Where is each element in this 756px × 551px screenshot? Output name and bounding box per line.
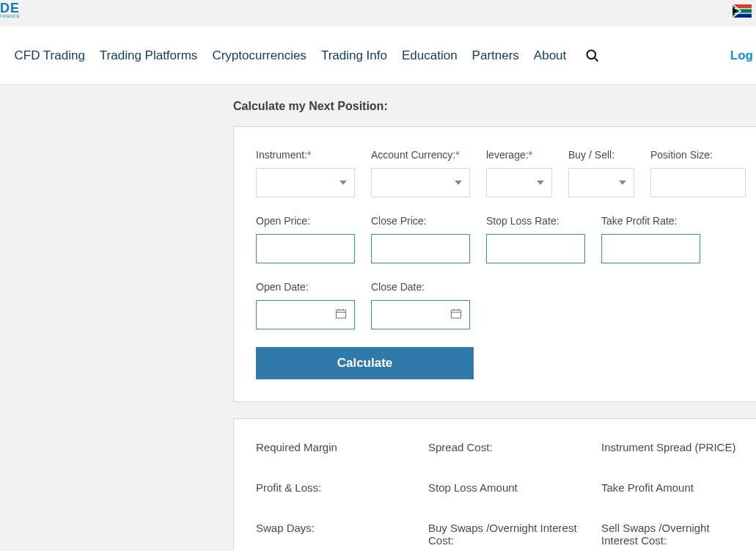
svg-point-6 bbox=[587, 50, 596, 59]
result-swap-days: Swap Days: bbox=[256, 522, 428, 547]
chevron-down-icon bbox=[455, 180, 462, 185]
leverage-label: leverage:* bbox=[486, 149, 552, 161]
nav-item-cfd-trading[interactable]: CFD Trading bbox=[14, 48, 84, 63]
country-flag-icon[interactable] bbox=[733, 4, 752, 21]
account-currency-label: Account Currency:* bbox=[371, 149, 470, 161]
open-price-input[interactable] bbox=[256, 234, 355, 263]
close-price-label: Close Price: bbox=[371, 215, 470, 227]
open-date-label: Open Date: bbox=[256, 281, 355, 293]
buy-sell-select[interactable] bbox=[568, 168, 634, 197]
svg-rect-4 bbox=[733, 8, 752, 9]
calculator-form: Instrument:* Account Currency:* leverage… bbox=[233, 126, 756, 402]
instrument-label: Instrument:* bbox=[256, 149, 355, 161]
result-profit-loss: Profit & Loss: bbox=[256, 481, 428, 494]
account-currency-select[interactable] bbox=[371, 168, 470, 197]
nav-item-partners[interactable]: Partners bbox=[472, 48, 519, 63]
chevron-down-icon bbox=[537, 180, 544, 185]
search-icon[interactable] bbox=[585, 48, 600, 63]
chevron-down-icon bbox=[340, 180, 347, 185]
nav-item-trading-info[interactable]: Trading Info bbox=[321, 48, 387, 63]
nav-item-cryptocurrencies[interactable]: Cryptocurrencies bbox=[212, 48, 307, 63]
nav-item-trading-platforms[interactable]: Trading Platforms bbox=[100, 48, 198, 63]
position-size-label: Position Size: bbox=[650, 149, 756, 161]
open-date-input[interactable] bbox=[256, 300, 355, 329]
svg-rect-8 bbox=[337, 310, 346, 318]
main-nav: g CFD Trading Trading Platforms Cryptocu… bbox=[0, 26, 756, 85]
result-take-profit-amount: Take Profit Amount bbox=[601, 481, 756, 494]
nav-item-education[interactable]: Education bbox=[402, 48, 458, 63]
result-sell-swaps: Sell Swaps /Overnight Interest Cost: bbox=[601, 522, 756, 547]
open-price-label: Open Price: bbox=[256, 215, 355, 227]
chevron-down-icon bbox=[619, 180, 626, 185]
page-title: Calculate my Next Position: bbox=[233, 100, 756, 113]
stop-loss-rate-label: Stop Loss Rate: bbox=[486, 215, 585, 227]
nav-item-about[interactable]: About bbox=[534, 48, 566, 63]
calendar-icon bbox=[335, 308, 347, 322]
stop-loss-rate-input[interactable] bbox=[486, 234, 585, 263]
login-link[interactable]: Log bbox=[730, 48, 753, 63]
close-date-label: Close Date: bbox=[371, 281, 470, 293]
close-date-input[interactable] bbox=[371, 300, 470, 329]
result-buy-swaps: Buy Swaps /Overnight Interest Cost: bbox=[428, 522, 601, 547]
results-panel: Required Margin Spread Cost: Instrument … bbox=[233, 418, 756, 551]
position-size-input[interactable] bbox=[650, 168, 746, 197]
svg-line-7 bbox=[595, 57, 598, 61]
close-price-input[interactable] bbox=[371, 234, 470, 263]
brand-tagline: TH CONFIDENCE bbox=[0, 15, 20, 19]
calendar-icon bbox=[450, 308, 462, 322]
svg-rect-12 bbox=[452, 310, 461, 318]
brand-logo[interactable]: TRADE TH CONFIDENCE bbox=[0, 1, 20, 19]
take-profit-rate-input[interactable] bbox=[601, 234, 700, 263]
calculate-button[interactable]: Calculate bbox=[256, 347, 474, 379]
result-required-margin: Required Margin bbox=[256, 441, 428, 453]
buy-sell-label: Buy / Sell: bbox=[568, 149, 634, 161]
topbar: TRADE TH CONFIDENCE bbox=[0, 0, 756, 26]
take-profit-rate-label: Take Profit Rate: bbox=[601, 215, 700, 227]
leverage-select[interactable] bbox=[486, 168, 552, 197]
result-instrument-spread: Instrument Spread (PRICE) bbox=[601, 441, 756, 453]
svg-rect-5 bbox=[733, 13, 752, 14]
instrument-select[interactable] bbox=[256, 168, 355, 197]
brand-name: TRADE bbox=[0, 1, 20, 15]
result-spread-cost: Spread Cost: bbox=[428, 441, 601, 453]
result-stop-loss-amount: Stop Loss Amount bbox=[428, 481, 601, 494]
